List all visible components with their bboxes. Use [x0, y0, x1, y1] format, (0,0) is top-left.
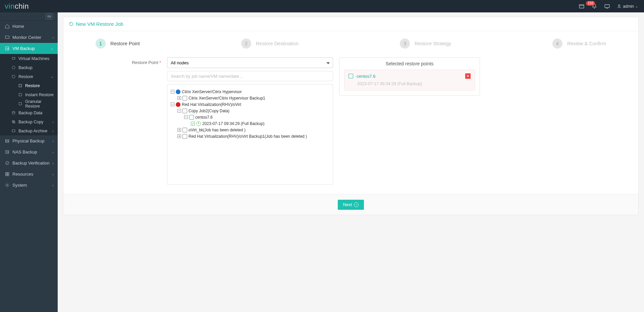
chevron-right-icon: ‹: [52, 139, 54, 143]
svg-point-9: [12, 66, 15, 69]
sidebar-item-granular-restore[interactable]: Granular Restore: [0, 99, 58, 108]
sidebar-item-restore-sub[interactable]: Restore: [0, 81, 58, 90]
user-name: admin: [623, 4, 634, 9]
selected-detail: 2023-07-17 09:34:29 (Full Backup): [348, 81, 471, 86]
svg-rect-8: [12, 57, 15, 59]
expand-icon[interactable]: [177, 128, 181, 132]
sidebar-item-nas-backup[interactable]: NASNAS Backup‹: [0, 146, 58, 158]
logo-part2: chin: [15, 2, 29, 11]
job-icon: [182, 128, 187, 132]
svg-rect-5: [5, 36, 9, 39]
job-icon: [182, 109, 187, 113]
sidebar-item-backup-copy[interactable]: Backup Copy‹: [0, 117, 58, 126]
svg-rect-2: [605, 4, 610, 7]
job-icon: [182, 96, 187, 101]
sidebar-toggle[interactable]: [0, 12, 58, 21]
page-title: New VM Restore Job: [76, 21, 123, 27]
next-button[interactable]: Next→: [338, 200, 364, 210]
hypervisor-icon: [176, 102, 180, 107]
tree-node-citrix-backup1[interactable]: Citrix XenServer/Citrix Hypervisor Backu…: [171, 95, 329, 101]
sidebar: Home Monitor Center‹ VMVM Backup⌄ Virtua…: [0, 12, 58, 312]
chevron-right-icon: ‹: [52, 36, 54, 40]
svg-text:VM: VM: [6, 48, 9, 50]
panel: New VM Restore Job 1Restore Point 2Resto…: [63, 17, 639, 215]
svg-rect-25: [7, 174, 9, 176]
vm-icon: [189, 115, 194, 120]
sidebar-item-backup-verification[interactable]: Backup Verification‹: [0, 158, 58, 169]
wizard-steps: 1Restore Point 2Restore Destination 3Res…: [96, 39, 606, 49]
svg-rect-23: [7, 173, 9, 174]
sidebar-item-resources[interactable]: Resources‹: [0, 169, 58, 180]
restore-point-tree: Citrix XenServer/Citrix Hypervisor Citri…: [167, 84, 333, 185]
search-input[interactable]: [167, 71, 333, 81]
tree-node-citrix[interactable]: Citrix XenServer/Citrix Hypervisor: [171, 88, 329, 95]
sidebar-item-monitor[interactable]: Monitor Center‹: [0, 32, 58, 43]
svg-text:NAS: NAS: [6, 151, 9, 153]
tree-node-rhv[interactable]: Red Hat Virtualization(RHV)/oVirt: [171, 101, 329, 108]
collapse-icon[interactable]: [177, 109, 181, 113]
checked-icon[interactable]: [191, 122, 195, 126]
screen-icon[interactable]: [604, 3, 610, 9]
main-content: New VM Restore Job 1Restore Point 2Resto…: [58, 12, 644, 312]
sidebar-item-instant-restore[interactable]: Instant Restore: [0, 90, 58, 99]
step-4[interactable]: 4Review & Confirm: [552, 39, 606, 49]
panel-footer: Next→: [63, 194, 638, 215]
sidebar-item-home[interactable]: Home: [0, 21, 58, 32]
svg-rect-16: [12, 130, 15, 132]
restore-point-label: Restore Point*: [96, 57, 161, 65]
topbar: vinchin 156 admin ⌄: [0, 0, 644, 12]
svg-rect-24: [6, 174, 7, 176]
chevron-right-icon: ‹: [52, 161, 54, 165]
svg-rect-0: [580, 4, 584, 8]
logo-part1: vin: [5, 2, 15, 11]
sidebar-item-backup-data[interactable]: Backup Data: [0, 108, 58, 117]
tree-node-restorepoint[interactable]: 2023-07-17 09:34:29 (Full Backup): [171, 120, 329, 127]
job-icon: [182, 134, 187, 139]
sidebar-item-virtual-machines[interactable]: Virtual Machines: [0, 54, 58, 63]
sidebar-item-physical-backup[interactable]: Physical Backup‹: [0, 135, 58, 146]
chevron-right-icon: ‹: [52, 120, 54, 124]
tree-node-ovirtbk[interactable]: oVirt_bk(Job has been deleted ): [171, 127, 329, 133]
svg-rect-11: [19, 93, 22, 96]
svg-point-21: [6, 162, 9, 165]
node-select[interactable]: All nodes: [167, 57, 333, 68]
chevron-down-icon: ⌄: [635, 4, 638, 8]
selected-panel: Selected restore points centos7.6 ✕ 2023…: [339, 57, 480, 96]
selected-title: Selected restore points: [339, 61, 480, 66]
panel-header: New VM Restore Job: [63, 17, 638, 31]
tree-node-rhvbackup1[interactable]: Red Hat Virtualization(RHV)/oVirt Backup…: [171, 133, 329, 139]
sidebar-item-restore[interactable]: Restore⌄: [0, 72, 58, 81]
chevron-down-icon: ⌄: [51, 46, 54, 51]
svg-rect-17: [6, 140, 9, 141]
svg-rect-22: [6, 173, 7, 174]
notification-badge: 156: [586, 1, 595, 6]
chevron-right-icon: ‹: [52, 129, 54, 133]
expand-icon[interactable]: [177, 96, 181, 100]
sidebar-item-backup-archive[interactable]: Backup Archive‹: [0, 126, 58, 135]
collapse-icon[interactable]: [184, 115, 188, 119]
svg-point-4: [619, 5, 620, 6]
vm-icon: [348, 74, 353, 78]
svg-rect-14: [12, 121, 14, 122]
collapse-icon[interactable]: [171, 103, 174, 106]
clock-icon: [196, 121, 201, 126]
task-icon[interactable]: [579, 3, 585, 9]
sidebar-item-backup[interactable]: Backup: [0, 63, 58, 72]
collapse-icon[interactable]: [171, 90, 174, 93]
svg-rect-18: [6, 141, 9, 142]
notification-icon[interactable]: 156: [591, 3, 597, 9]
step-3[interactable]: 3Restore Strategy: [400, 39, 451, 49]
remove-button[interactable]: ✕: [465, 73, 471, 79]
topbar-right: 156 admin ⌄: [579, 3, 638, 9]
chevron-down-icon: ⌄: [51, 74, 54, 79]
sidebar-item-vmbackup[interactable]: VMVM Backup⌄: [0, 43, 58, 54]
expand-icon[interactable]: [177, 134, 181, 138]
arrow-right-icon: →: [354, 202, 359, 207]
step-2[interactable]: 2Restore Destination: [241, 39, 299, 49]
tree-node-copyjob[interactable]: Copy Job2(Copy Data): [171, 108, 329, 114]
user-menu[interactable]: admin ⌄: [617, 4, 638, 9]
tree-node-centos[interactable]: centos7.6: [171, 114, 329, 120]
step-1[interactable]: 1Restore Point: [96, 39, 140, 49]
sidebar-item-system[interactable]: System‹: [0, 180, 58, 191]
chevron-right-icon: ‹: [52, 172, 54, 176]
